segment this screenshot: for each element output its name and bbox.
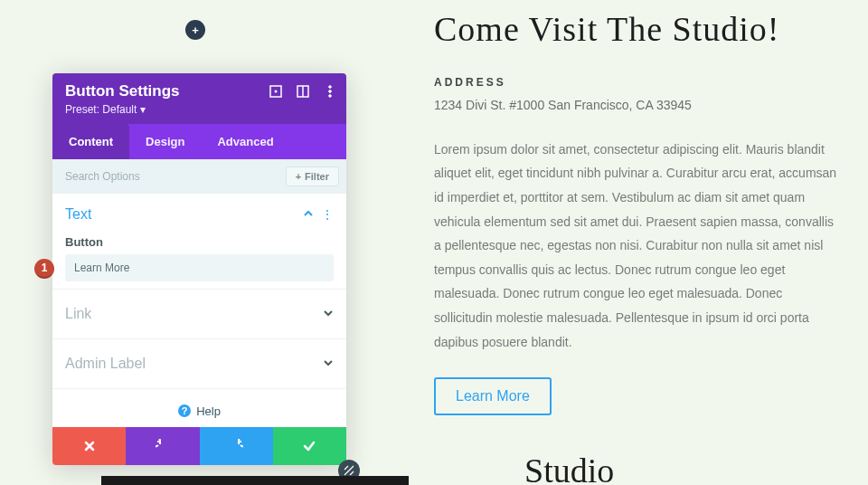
section-text-title: Text bbox=[65, 206, 91, 223]
body-paragraph: Lorem ipsum dolor sit amet, consectetur … bbox=[434, 138, 841, 354]
svg-point-4 bbox=[329, 86, 332, 89]
panel-action-bar bbox=[52, 427, 346, 465]
panel-tabs: Content Design Advanced bbox=[52, 124, 346, 159]
filter-label: Filter bbox=[305, 171, 329, 182]
section-text: Text ⋮ Button bbox=[52, 194, 346, 290]
section-text-body: Button bbox=[65, 235, 334, 281]
section-admin-label: Admin Label bbox=[52, 339, 346, 389]
svg-point-1 bbox=[275, 90, 278, 93]
panel-header: Button Settings Preset: Default ▾ bbox=[52, 73, 346, 124]
tab-advanced[interactable]: Advanced bbox=[201, 124, 289, 159]
snap-layout-icon[interactable] bbox=[296, 84, 310, 99]
chevron-down-icon bbox=[323, 306, 334, 322]
help-link[interactable]: ? Help bbox=[178, 404, 221, 418]
preset-selector[interactable]: Preset: Default ▾ bbox=[65, 103, 146, 116]
page-heading: Come Visit The Studio! bbox=[434, 11, 841, 49]
expand-icon[interactable] bbox=[269, 84, 283, 99]
settings-panel: Button Settings Preset: Default ▾ Conten… bbox=[52, 73, 346, 465]
page-preview: Come Visit The Studio! ADDRESS 1234 Divi… bbox=[434, 11, 841, 415]
add-module-button[interactable]: + bbox=[185, 20, 205, 40]
section-admin-label-header[interactable]: Admin Label bbox=[65, 356, 334, 372]
undo-button[interactable] bbox=[126, 427, 199, 465]
plus-icon: + bbox=[192, 24, 199, 37]
filter-button[interactable]: + Filter bbox=[286, 166, 339, 186]
tab-content[interactable]: Content bbox=[52, 124, 129, 159]
cancel-button[interactable] bbox=[52, 427, 126, 465]
bottom-heading-partial: Studio bbox=[524, 451, 614, 485]
annotation-badge-1: 1 bbox=[34, 259, 54, 279]
preset-label: Preset: Default bbox=[65, 103, 137, 116]
search-options-input[interactable]: Search Options bbox=[65, 170, 286, 183]
svg-point-5 bbox=[329, 90, 332, 93]
section-link-header[interactable]: Link bbox=[65, 306, 334, 322]
plus-small-icon: + bbox=[296, 171, 301, 182]
button-text-input[interactable] bbox=[65, 254, 334, 281]
caret-down-icon: ▾ bbox=[140, 103, 146, 116]
kebab-menu-icon[interactable] bbox=[323, 84, 337, 99]
help-row: ? Help bbox=[52, 389, 346, 427]
section-link-title: Link bbox=[65, 306, 91, 322]
section-link: Link bbox=[52, 290, 346, 339]
tab-design[interactable]: Design bbox=[129, 124, 201, 159]
save-button[interactable] bbox=[273, 427, 346, 465]
help-label: Help bbox=[196, 404, 221, 418]
svg-point-6 bbox=[329, 95, 332, 98]
chevron-up-icon bbox=[303, 206, 314, 223]
button-field-label: Button bbox=[65, 235, 334, 249]
address-label: ADDRESS bbox=[434, 76, 841, 89]
help-icon: ? bbox=[178, 404, 191, 417]
chevron-down-icon bbox=[323, 356, 334, 372]
search-options-row: Search Options + Filter bbox=[52, 159, 346, 194]
section-admin-label-title: Admin Label bbox=[65, 356, 146, 372]
section-text-header[interactable]: Text ⋮ bbox=[65, 206, 334, 223]
redo-button[interactable] bbox=[200, 427, 273, 465]
bottom-image-placeholder bbox=[101, 476, 409, 485]
address-text: 1234 Divi St. #1000 San Francisco, CA 33… bbox=[434, 98, 841, 112]
panel-header-actions bbox=[269, 84, 337, 99]
section-text-menu-icon[interactable]: ⋮ bbox=[321, 208, 334, 221]
learn-more-button[interactable]: Learn More bbox=[434, 377, 552, 415]
